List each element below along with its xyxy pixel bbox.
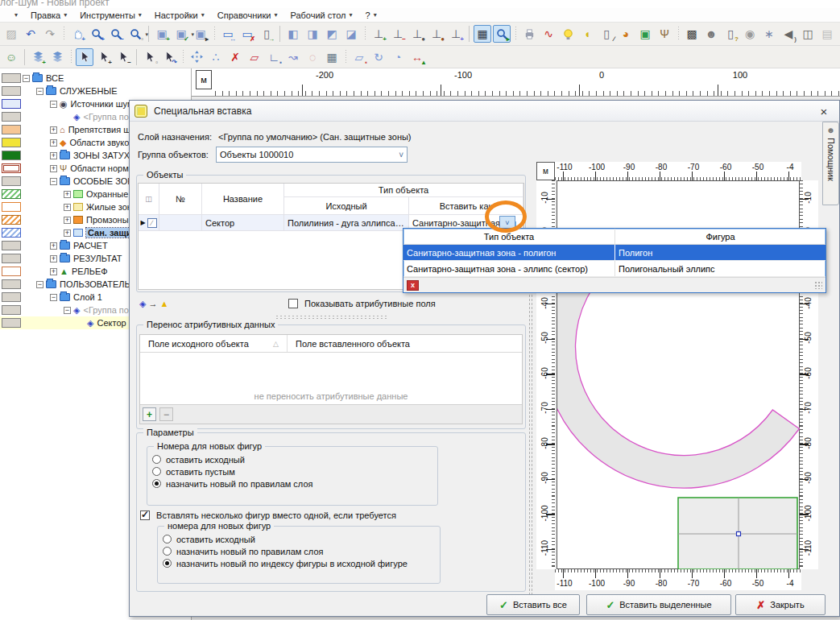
bulb-icon[interactable] [559, 25, 577, 43]
layer-swatch[interactable] [2, 99, 21, 109]
expand-icon[interactable]: + [50, 268, 57, 275]
close-button[interactable]: ✗ Закрыть [735, 594, 826, 615]
toolbar-grip[interactable] [344, 50, 347, 64]
layer-swatch[interactable] [2, 228, 21, 238]
toolbar-grip[interactable] [213, 27, 216, 41]
menu-item-clipped[interactable]: ▾ [5, 10, 24, 19]
vertex-remove-icon[interactable]: ⊥− [389, 25, 407, 43]
corner-snap-icon[interactable]: ∟▪ [265, 48, 283, 66]
numbers1-option-0[interactable]: оставить исходный [152, 453, 437, 465]
expand-icon[interactable]: + [64, 229, 71, 237]
circle-nodes-icon[interactable]: ◌ [304, 48, 321, 66]
stamp-icon[interactable]: ▨ [2, 25, 20, 43]
collapse-icon[interactable]: − [36, 281, 43, 288]
menu-item-Инструменты[interactable]: Инструменты▾ [73, 10, 148, 21]
transfer-col-target[interactable]: Поле вставленного объекта [288, 339, 410, 349]
numbers1-option-1[interactable]: оставить пустым [152, 465, 437, 477]
sector-icon[interactable]: ◔ [389, 48, 407, 66]
select-return-icon[interactable]: ↷ [160, 48, 178, 66]
multi-checkbox[interactable] [140, 510, 150, 520]
layer-add-icon[interactable]: + [29, 48, 47, 66]
pie-icon[interactable]: ◕ [617, 25, 635, 43]
toolbar-grip[interactable] [677, 27, 680, 41]
vertex-fill-icon[interactable]: ⊥● [428, 25, 445, 43]
robot-icon[interactable]: ☻ [702, 25, 720, 43]
collapse-icon[interactable]: − [36, 88, 43, 95]
popup-option-1[interactable]: Санитарно-защитная зона - эллипс (сектор… [403, 261, 826, 277]
numbers2-option-2[interactable]: назначить новый по индексу фигуры в исхо… [163, 557, 440, 569]
shape-intersect-icon[interactable]: ◩ [323, 25, 341, 43]
col-header-source[interactable]: Исходный [284, 197, 409, 215]
menu-item-?[interactable]: ?▾ [359, 10, 383, 21]
layer-swatch[interactable] [2, 305, 21, 315]
disabled-tool-icon[interactable]: ▤ [818, 25, 836, 43]
polygon-edit-icon[interactable]: ▱▪ [350, 48, 368, 66]
object-group-combobox[interactable]: Объекты 1000010 ˅ [216, 147, 408, 163]
layer-swatch[interactable] [2, 267, 21, 276]
print-icon[interactable] [520, 25, 538, 43]
sound-level-icon[interactable]: ◫ [799, 25, 817, 43]
radio-icon[interactable] [163, 535, 172, 544]
select-add-icon[interactable]: + [95, 48, 113, 66]
layer-swatch[interactable] [2, 215, 21, 225]
collapse-icon[interactable]: − [23, 75, 30, 82]
layer-swatch[interactable] [2, 125, 21, 134]
zoom-page-icon[interactable]: ▫▾ [126, 25, 144, 43]
transfer-col-source[interactable]: Поле исходного объекта [148, 339, 249, 349]
add-row-button[interactable]: + [143, 407, 156, 421]
doc-config-icon[interactable]: ▯? [722, 25, 739, 43]
shape-xor-icon[interactable]: ◪ [342, 25, 360, 43]
cell-source[interactable]: Полилиния - дуга эллипса… [284, 215, 409, 231]
move-figure-icon[interactable] [188, 48, 205, 66]
pattern-icon[interactable]: ▩ [683, 25, 701, 43]
insert-all-button[interactable]: ✓ Вставить все [486, 594, 580, 615]
expand-icon[interactable]: + [50, 165, 57, 172]
popup-close-button[interactable]: x [407, 280, 419, 291]
snail-icon[interactable]: ◖ [578, 25, 596, 43]
radio-icon[interactable] [152, 455, 161, 464]
speaker-icon[interactable]: ◀) [780, 25, 797, 43]
expand-icon[interactable]: + [50, 242, 57, 250]
layer-swatch[interactable] [2, 241, 21, 250]
expand-icon[interactable]: + [50, 126, 57, 134]
collapse-icon[interactable]: − [50, 294, 57, 301]
radio-icon[interactable] [152, 479, 161, 488]
vertex-move-icon[interactable]: ⊥+ [447, 25, 465, 43]
menu-item-Справочники[interactable]: Справочники▾ [211, 10, 284, 21]
show-attr-checkbox[interactable] [288, 299, 298, 308]
col-header-insert-as[interactable]: Вставить как [409, 197, 523, 215]
delete-figure-icon[interactable]: ✗ [226, 48, 244, 66]
toolbar-grip[interactable] [62, 27, 65, 41]
toolbar-grip[interactable] [181, 50, 184, 64]
menu-item-Рабочий стол[interactable]: Рабочий стол▾ [283, 10, 358, 21]
layer-swatch[interactable] [2, 254, 21, 263]
rotate-icon[interactable]: ↻ [370, 48, 387, 66]
expand-icon[interactable]: + [50, 255, 57, 262]
grid-ruler-icon[interactable]: ▦ [474, 25, 491, 43]
group-apply-icon[interactable]: ▣✓▾ [172, 25, 190, 43]
toolbar-grip[interactable] [363, 27, 366, 41]
expand-icon[interactable]: + [64, 204, 71, 211]
numbers1-option-2[interactable]: назначить новый по правилам слоя [152, 477, 437, 490]
multi-checkbox-row[interactable]: Вставлять несколько фигур вместо одной, … [140, 510, 396, 520]
export-doc-icon[interactable]: ▯→ [258, 25, 275, 43]
zoom-run-icon[interactable]: ▸ [493, 25, 511, 43]
select-remove-icon[interactable]: − [114, 48, 132, 66]
col-header-name[interactable]: Название [202, 184, 284, 215]
measure-icon[interactable]: ▭↔ [219, 25, 237, 43]
show-attr-checkbox-row[interactable]: Показывать атрибутивные поля [288, 299, 436, 308]
layer-swatch[interactable] [2, 163, 21, 173]
expand-icon[interactable]: + [50, 139, 57, 147]
layer-swatch[interactable] [2, 86, 21, 96]
span-measure-icon[interactable]: ↔▴ [408, 48, 426, 66]
radio-icon[interactable] [163, 559, 172, 568]
mesh-icon[interactable]: ▦ [323, 48, 341, 66]
radio-icon[interactable] [163, 547, 172, 556]
expand-icon[interactable]: + [50, 152, 57, 159]
shape-union-icon[interactable]: ◧ [284, 25, 302, 43]
collapse-icon[interactable]: − [50, 101, 57, 108]
layers-icon[interactable] [48, 48, 66, 66]
cell-number[interactable] [159, 215, 202, 231]
measure-delete-icon[interactable]: ▭✗ [238, 25, 256, 43]
zoom-out-icon[interactable]: − [107, 25, 125, 43]
